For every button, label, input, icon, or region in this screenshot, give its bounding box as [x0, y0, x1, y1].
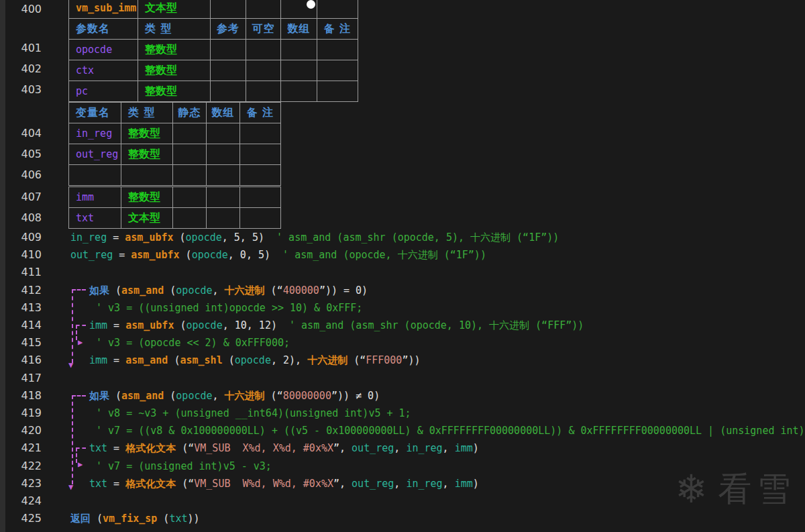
local-header-3[interactable]: 数组: [207, 103, 240, 123]
line-number-425[interactable]: 425: [5, 511, 42, 526]
empty-cell[interactable]: [173, 165, 207, 186]
code-line-423[interactable]: txt = 格式化文本 (“VM_SUB W%d, W%d, #0x%X”, o…: [89, 476, 479, 491]
empty-cell[interactable]: [207, 208, 240, 229]
empty-cell[interactable]: [317, 60, 358, 81]
empty-cell[interactable]: [211, 0, 246, 19]
local-type-cell[interactable]: [121, 165, 173, 186]
code-line-419[interactable]: ' v8 = ~v3 + (unsigned __int64)(unsigned…: [96, 406, 411, 421]
empty-cell[interactable]: [317, 40, 358, 60]
code-line-422[interactable]: ' v7 = (unsigned int)v5 - v3;: [96, 459, 272, 474]
function-name-cell[interactable]: vm_sub_imm: [69, 0, 138, 19]
param-name-cell[interactable]: ctx: [69, 60, 138, 81]
param-type-cell[interactable]: 整数型: [138, 81, 211, 102]
line-number-410[interactable]: 410: [5, 248, 42, 262]
empty-cell[interactable]: [211, 81, 246, 102]
empty-cell[interactable]: [240, 144, 281, 165]
empty-cell[interactable]: [246, 0, 281, 19]
local-header-4[interactable]: 备 注: [240, 103, 281, 123]
param-header-4[interactable]: 数组: [281, 19, 317, 40]
empty-cell[interactable]: [207, 187, 240, 208]
line-number-421[interactable]: 421: [5, 441, 42, 456]
code-line-420[interactable]: ' v7 = ((v8 & 0x100000000LL) + ((v5 - 0x…: [96, 423, 805, 438]
local-type-cell[interactable]: 文本型: [121, 208, 173, 229]
code-line-414[interactable]: imm = asm_ubfx (opocde, 10, 12) ' asm_an…: [89, 318, 584, 333]
empty-cell[interactable]: [281, 40, 317, 60]
line-number-408[interactable]: 408: [5, 211, 42, 225]
param-header-5[interactable]: 备 注: [317, 19, 358, 40]
empty-cell[interactable]: [211, 40, 246, 60]
local-name-cell[interactable]: imm: [69, 187, 121, 208]
line-number-413[interactable]: 413: [5, 301, 42, 315]
line-number-416[interactable]: 416: [5, 353, 42, 368]
line-number-414[interactable]: 414: [5, 318, 42, 333]
line-number-420[interactable]: 420: [5, 423, 42, 438]
local-name-cell[interactable]: [69, 165, 121, 186]
line-number-415[interactable]: 415: [5, 335, 42, 350]
empty-cell[interactable]: [246, 40, 281, 60]
empty-cell[interactable]: [173, 208, 207, 229]
line-number-406[interactable]: 406: [5, 168, 42, 182]
empty-cell[interactable]: [240, 165, 281, 186]
code-line-412[interactable]: 如果 (asm_and (opocde, 十六进制 (“400000”)) = …: [89, 283, 368, 298]
param-name-cell[interactable]: pc: [69, 81, 138, 102]
line-number-401[interactable]: 401: [5, 41, 42, 56]
empty-cell[interactable]: [281, 81, 317, 102]
local-header-2[interactable]: 静态: [173, 103, 207, 123]
line-number-409[interactable]: 409: [5, 230, 42, 245]
empty-cell[interactable]: [207, 144, 240, 165]
code-line-418[interactable]: 如果 (asm_and (opocde, 十六进制 (“80000000”)) …: [89, 388, 380, 403]
param-header-3[interactable]: 可空: [246, 19, 281, 40]
line-number-419[interactable]: 419: [5, 406, 42, 421]
empty-cell[interactable]: [173, 187, 207, 208]
local-name-cell[interactable]: out_reg: [69, 144, 121, 165]
local-type-cell[interactable]: 整数型: [121, 144, 173, 165]
code-line-421[interactable]: txt = 格式化文本 (“VM_SUB X%d, X%d, #0x%X”, o…: [89, 441, 479, 456]
param-type-cell[interactable]: 整数型: [138, 60, 211, 81]
local-header-1[interactable]: 类 型: [121, 103, 173, 123]
empty-cell[interactable]: [317, 0, 358, 19]
line-number-402[interactable]: 402: [5, 62, 42, 76]
code-line-413[interactable]: ' v3 = ((unsigned int)opocde >> 10) & 0x…: [96, 301, 362, 315]
param-name-cell[interactable]: opocde: [69, 40, 138, 60]
local-name-cell[interactable]: in_reg: [69, 123, 121, 144]
code-line-415[interactable]: ' v3 = (opocde << 2) & 0xFFF000;: [96, 335, 290, 350]
line-number-424[interactable]: 424: [5, 494, 42, 509]
empty-cell[interactable]: [173, 144, 207, 165]
code-line-416[interactable]: imm = asm_and (asm_shl (opocde, 2), 十六进制…: [89, 353, 421, 368]
empty-cell[interactable]: [240, 123, 281, 144]
code-line-410[interactable]: out_reg = asm_ubfx (opocde, 0, 5) ' asm_…: [70, 248, 486, 262]
line-number-407[interactable]: 407: [5, 190, 42, 205]
local-header-0[interactable]: 变量名: [69, 103, 121, 123]
code-line-409[interactable]: in_reg = asm_ubfx (opocde, 5, 5) ' asm_a…: [70, 230, 559, 245]
local-type-cell[interactable]: 整数型: [121, 187, 173, 208]
empty-cell[interactable]: [246, 81, 281, 102]
line-number-418[interactable]: 418: [5, 388, 42, 403]
watermark-text: 看雪: [718, 470, 796, 509]
local-name-cell[interactable]: txt: [69, 208, 121, 229]
line-number-412[interactable]: 412: [5, 283, 42, 298]
param-header-0[interactable]: 参数名: [69, 19, 138, 40]
line-number-404[interactable]: 404: [5, 126, 42, 141]
empty-cell[interactable]: [281, 60, 317, 81]
empty-cell[interactable]: [240, 208, 281, 229]
line-number-411[interactable]: 411: [5, 265, 42, 280]
empty-cell[interactable]: [317, 81, 358, 102]
empty-cell[interactable]: [211, 60, 246, 81]
empty-cell[interactable]: [207, 123, 240, 144]
line-number-422[interactable]: 422: [5, 459, 42, 474]
empty-cell[interactable]: [207, 165, 240, 186]
param-header-1[interactable]: 类 型: [138, 19, 211, 40]
line-number-423[interactable]: 423: [5, 476, 42, 491]
line-number-405[interactable]: 405: [5, 147, 42, 162]
code-line-425[interactable]: 返回 (vm_fix_sp (txt)): [70, 511, 200, 526]
param-type-cell[interactable]: 整数型: [138, 40, 211, 60]
line-number-400[interactable]: 400: [5, 2, 42, 17]
param-header-2[interactable]: 参考: [211, 19, 246, 40]
local-type-cell[interactable]: 整数型: [121, 123, 173, 144]
empty-cell[interactable]: [173, 123, 207, 144]
line-number-403[interactable]: 403: [5, 83, 42, 97]
empty-cell[interactable]: [240, 187, 281, 208]
function-type-cell[interactable]: 文本型: [138, 0, 211, 19]
empty-cell[interactable]: [246, 60, 281, 81]
line-number-417[interactable]: 417: [5, 371, 42, 386]
